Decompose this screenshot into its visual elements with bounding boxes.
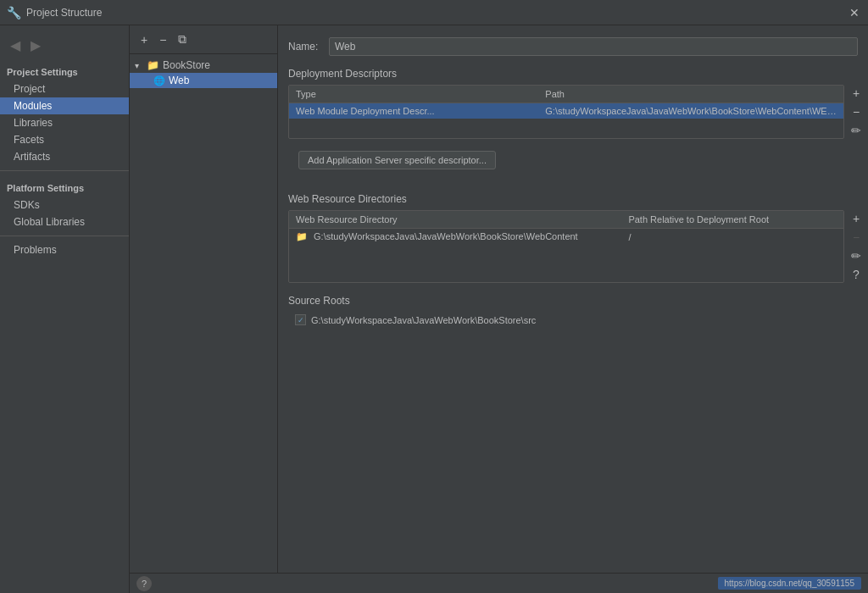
dd-side-buttons: + − ✏ bbox=[844, 85, 868, 139]
split-content: + − ⧉ ▾ 📁 BookStore 🌐 Web bbox=[130, 25, 868, 573]
tree-toolbar: + − ⧉ bbox=[130, 25, 277, 54]
table-row[interactable]: 📁 G:\studyWorkspaceJava\JavaWebWork\Book… bbox=[289, 229, 843, 246]
sidebar-item-label: Project bbox=[14, 83, 45, 95]
source-root-path: G:\studyWorkspaceJava\JavaWebWork\BookSt… bbox=[311, 315, 536, 325]
tree-item-label: Web bbox=[169, 75, 189, 86]
add-descriptor-button[interactable]: Add Application Server specific descript… bbox=[298, 151, 496, 169]
copy-module-button[interactable]: ⧉ bbox=[174, 30, 191, 48]
sidebar-item-project[interactable]: Project bbox=[0, 80, 129, 97]
dd-add-button[interactable]: + bbox=[848, 85, 865, 102]
sidebar-item-artifacts[interactable]: Artifacts bbox=[0, 148, 129, 165]
web-resource-table-wrapper: Web Resource Directory Path Relative to … bbox=[288, 210, 844, 283]
source-roots-label: Source Roots bbox=[278, 291, 868, 312]
deployment-descriptors-label: Deployment Descriptors bbox=[278, 64, 868, 85]
source-roots-section: Source Roots ✓ G:\studyWorkspaceJava\Jav… bbox=[278, 291, 868, 328]
sidebar-item-label: Libraries bbox=[14, 117, 53, 129]
wr-edit-button[interactable]: ✏ bbox=[848, 247, 865, 264]
platform-settings-header: Platform Settings bbox=[0, 176, 129, 197]
sidebar-item-label: Artifacts bbox=[14, 151, 50, 163]
wr-add-button[interactable]: + bbox=[848, 210, 865, 227]
dd-row-path: G:\studyWorkspaceJava\JavaWebWork\BookSt… bbox=[538, 103, 843, 119]
sidebar-item-facets[interactable]: Facets bbox=[0, 131, 129, 148]
sidebar-item-label: Global Libraries bbox=[14, 216, 85, 228]
sidebar-item-problems[interactable]: Problems bbox=[0, 241, 129, 258]
wr-row-dir: 📁 G:\studyWorkspaceJava\JavaWebWork\Book… bbox=[289, 229, 621, 246]
table-row[interactable]: Web Module Deployment Descr... G:\studyW… bbox=[289, 103, 843, 119]
content-area: + − ⧉ ▾ 📁 BookStore 🌐 Web bbox=[130, 25, 868, 593]
title-bar: 🔧 Project Structure ✕ bbox=[0, 0, 868, 25]
sidebar-item-libraries[interactable]: Libraries bbox=[0, 114, 129, 131]
web-resource-section: Web Resource Directories Web Resource Di… bbox=[278, 190, 868, 283]
source-root-checkbox[interactable]: ✓ bbox=[295, 314, 306, 325]
tree-area: + − ⧉ ▾ 📁 BookStore 🌐 Web bbox=[130, 25, 278, 573]
wr-row-path: / bbox=[621, 229, 843, 246]
wr-help-button[interactable]: ? bbox=[848, 266, 865, 283]
sidebar: ◀ ▶ Project Settings Project Modules Lib… bbox=[0, 25, 130, 593]
add-descriptor-row: Add Application Server specific descript… bbox=[278, 139, 868, 181]
url-bar: https://blog.csdn.net/qq_30591155 bbox=[718, 577, 861, 590]
dd-col-path: Path bbox=[538, 86, 843, 103]
window-title: Project Structure bbox=[26, 7, 102, 19]
module-tree: ▾ 📁 BookStore 🌐 Web bbox=[130, 54, 278, 91]
deployment-descriptors-section: Type Path Web Module Deployment Descr...… bbox=[288, 85, 868, 139]
folder-icon: 📁 bbox=[147, 59, 159, 71]
wr-remove-button[interactable]: − bbox=[848, 229, 865, 246]
source-root-item: ✓ G:\studyWorkspaceJava\JavaWebWork\Book… bbox=[288, 312, 858, 328]
sidebar-item-label: Problems bbox=[14, 244, 57, 256]
name-row: Name: bbox=[278, 34, 868, 64]
close-button[interactable]: ✕ bbox=[848, 6, 861, 19]
sidebar-item-modules[interactable]: Modules bbox=[0, 97, 129, 114]
sidebar-divider bbox=[0, 170, 129, 171]
bottom-bar: ? https://blog.csdn.net/qq_30591155 bbox=[130, 573, 868, 593]
title-bar-controls: ✕ bbox=[848, 6, 861, 19]
name-label: Name: bbox=[288, 41, 322, 53]
title-bar-left: 🔧 Project Structure bbox=[7, 6, 102, 19]
sidebar-item-global-libraries[interactable]: Global Libraries bbox=[0, 213, 129, 230]
wr-col-path: Path Relative to Deployment Root bbox=[621, 211, 843, 229]
wr-side-buttons: + − ✏ ? bbox=[844, 210, 868, 283]
tree-item-label: BookStore bbox=[163, 59, 210, 71]
project-settings-header: Project Settings bbox=[0, 62, 129, 80]
nav-buttons: ◀ ▶ bbox=[0, 32, 129, 62]
web-module-icon: 🌐 bbox=[153, 75, 165, 86]
detail-panel: Name: Deployment Descriptors Type Path bbox=[278, 25, 868, 573]
sidebar-divider-2 bbox=[0, 236, 129, 236]
wr-col-dir: Web Resource Directory bbox=[289, 211, 621, 229]
dd-remove-button[interactable]: − bbox=[848, 103, 865, 120]
app-icon: 🔧 bbox=[7, 6, 21, 19]
dd-edit-button[interactable]: ✏ bbox=[848, 122, 865, 139]
tree-item-bookstore[interactable]: ▾ 📁 BookStore bbox=[130, 58, 277, 73]
back-button[interactable]: ◀ bbox=[7, 36, 24, 55]
sidebar-item-label: SDKs bbox=[14, 199, 40, 211]
folder-icon-small: 📁 bbox=[296, 231, 308, 241]
main-layout: ◀ ▶ Project Settings Project Modules Lib… bbox=[0, 25, 868, 593]
web-resource-label: Web Resource Directories bbox=[278, 190, 868, 210]
sidebar-item-label: Modules bbox=[14, 100, 52, 112]
dd-row-type: Web Module Deployment Descr... bbox=[289, 103, 538, 119]
sidebar-item-label: Facets bbox=[14, 134, 44, 146]
deployment-descriptors-table-wrapper: Type Path Web Module Deployment Descr...… bbox=[288, 85, 844, 139]
web-resource-table: Web Resource Directory Path Relative to … bbox=[289, 211, 843, 245]
remove-module-button[interactable]: − bbox=[155, 31, 170, 48]
web-resource-table-area: Web Resource Directory Path Relative to … bbox=[288, 210, 868, 283]
tree-item-web[interactable]: 🌐 Web bbox=[130, 73, 277, 88]
dd-col-type: Type bbox=[289, 86, 538, 103]
name-input[interactable] bbox=[329, 37, 858, 56]
sidebar-item-sdks[interactable]: SDKs bbox=[0, 197, 129, 213]
deployment-descriptors-table: Type Path Web Module Deployment Descr...… bbox=[289, 86, 843, 119]
help-button[interactable]: ? bbox=[136, 576, 152, 591]
forward-button[interactable]: ▶ bbox=[27, 36, 44, 55]
expand-arrow: ▾ bbox=[135, 61, 143, 70]
add-module-button[interactable]: + bbox=[136, 31, 152, 48]
